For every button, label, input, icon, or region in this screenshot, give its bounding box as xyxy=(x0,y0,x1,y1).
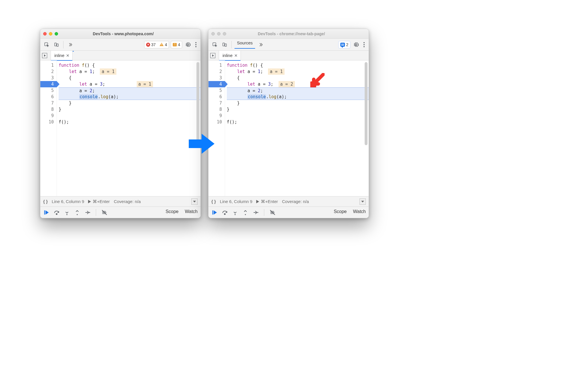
separator xyxy=(63,41,63,48)
line-number[interactable]: 5 xyxy=(208,87,222,94)
step-out-icon[interactable] xyxy=(74,209,80,216)
annotation-arrow-icon xyxy=(307,73,325,91)
inspect-element-icon[interactable] xyxy=(43,41,51,49)
error-icon: ✕ xyxy=(146,43,150,47)
step-over-icon[interactable] xyxy=(222,209,228,216)
tab-watch[interactable]: Watch xyxy=(353,209,366,216)
error-count: 37 xyxy=(151,42,156,47)
svg-point-14 xyxy=(224,213,225,214)
run-snippet-hint[interactable]: ⌘+Enter xyxy=(88,199,110,204)
resume-icon[interactable] xyxy=(211,209,218,216)
issue-icon: ! xyxy=(173,43,177,46)
close-icon[interactable]: ✕ xyxy=(66,53,69,58)
console-status-pill[interactable]: ✕ 37 ! 4 xyxy=(144,41,169,48)
step-out-icon[interactable] xyxy=(242,209,249,216)
step-into-icon[interactable] xyxy=(232,209,238,216)
code-content[interactable]: function f() { let a = 1;a = 1 { let a =… xyxy=(225,60,369,196)
execution-line-marker[interactable]: 4 xyxy=(40,81,57,87)
settings-gear-icon[interactable] xyxy=(184,41,192,49)
titlebar: DevTools - chrome://new-tab-page/ xyxy=(208,29,369,39)
line-number[interactable]: 1 xyxy=(208,62,222,68)
kebab-menu-icon[interactable] xyxy=(362,42,366,47)
scrollbar-vertical[interactable] xyxy=(365,62,368,145)
more-tabs-icon[interactable] xyxy=(257,41,265,49)
svg-point-17 xyxy=(257,212,259,213)
svg-rect-1 xyxy=(55,43,56,46)
more-tabs-icon[interactable] xyxy=(66,41,74,49)
line-gutter: 1 2 3 4 5 6 7 8 9 10 xyxy=(40,60,57,196)
line-number[interactable]: 5 xyxy=(40,87,54,94)
svg-point-15 xyxy=(235,214,236,215)
status-bar: { } Line 6, Column 9 ⌘+Enter Coverage: n… xyxy=(208,196,369,206)
line-number[interactable]: 6 xyxy=(40,94,54,100)
line-number[interactable]: 9 xyxy=(208,113,222,119)
execution-line-marker[interactable]: 4 xyxy=(208,81,225,87)
line-number[interactable]: 3 xyxy=(208,75,222,81)
svg-point-16 xyxy=(245,214,246,215)
resume-icon[interactable] xyxy=(43,209,49,216)
traffic-light-close[interactable] xyxy=(211,32,215,36)
sources-subbar: inline ✕ xyxy=(208,51,369,60)
svg-rect-4 xyxy=(44,210,45,214)
debugger-toolbar: Scope Watch xyxy=(40,206,200,218)
inspect-element-icon[interactable] xyxy=(211,41,219,49)
kebab-menu-icon[interactable] xyxy=(194,42,198,47)
line-number[interactable]: 10 xyxy=(40,119,54,125)
device-toggle-icon[interactable] xyxy=(220,41,229,49)
separator xyxy=(96,209,96,216)
message-icon xyxy=(340,43,345,47)
value-hint-badge: a = 1 xyxy=(137,81,153,87)
format-icon[interactable]: { } xyxy=(211,199,216,204)
line-number[interactable]: 9 xyxy=(40,113,54,119)
step-icon[interactable] xyxy=(253,209,259,216)
transition-arrow-icon xyxy=(189,132,214,156)
line-number[interactable]: 8 xyxy=(208,106,222,113)
format-icon[interactable]: { } xyxy=(43,199,48,204)
step-over-icon[interactable] xyxy=(53,209,60,216)
line-number[interactable]: 7 xyxy=(208,100,222,106)
traffic-light-close[interactable] xyxy=(43,32,47,36)
line-number[interactable]: 7 xyxy=(40,100,54,106)
issues-pill[interactable]: 2 xyxy=(338,41,350,48)
tab-scope[interactable]: Scope xyxy=(166,209,178,216)
line-number[interactable]: 2 xyxy=(40,68,54,75)
file-tab-inline[interactable]: inline ✕ xyxy=(51,51,73,60)
debugger-toolbar: Scope Watch xyxy=(208,206,369,218)
line-number[interactable]: 8 xyxy=(40,106,54,113)
deactivate-breakpoints-icon[interactable] xyxy=(269,209,276,216)
dropdown-icon[interactable] xyxy=(191,198,198,205)
close-icon[interactable]: ✕ xyxy=(234,53,238,58)
run-snippet-hint[interactable]: ⌘+Enter xyxy=(256,199,278,204)
warning-count: 4 xyxy=(165,42,167,47)
show-navigator-icon[interactable] xyxy=(42,53,47,58)
line-number[interactable]: 2 xyxy=(208,68,222,75)
deactivate-breakpoints-icon[interactable] xyxy=(101,209,108,216)
tab-watch[interactable]: Watch xyxy=(185,209,198,216)
play-icon xyxy=(256,200,259,203)
panel-tab-sources[interactable]: Sources xyxy=(235,40,255,49)
value-hint-badge: a = 1 xyxy=(268,68,284,75)
window-title: DevTools - www.photopea.com/ xyxy=(49,31,198,36)
issues-pill[interactable]: ! 4 xyxy=(171,41,182,48)
code-editor[interactable]: 1 2 3 4 5 6 7 8 9 10 function f() { let … xyxy=(40,60,200,196)
line-number[interactable]: 10 xyxy=(208,119,222,125)
svg-point-5 xyxy=(56,213,57,214)
svg-point-12 xyxy=(355,44,357,45)
file-tab-inline[interactable]: inline ✕ xyxy=(219,51,241,60)
step-icon[interactable] xyxy=(84,209,91,216)
dropdown-icon[interactable] xyxy=(359,198,366,205)
titlebar: DevTools - www.photopea.com/ xyxy=(40,29,200,39)
line-number[interactable]: 6 xyxy=(208,94,222,100)
device-toggle-icon[interactable] xyxy=(52,41,60,49)
file-tab-label: inline xyxy=(223,53,233,58)
code-content[interactable]: function f() { let a = 1;a = 1 { let a =… xyxy=(57,60,200,196)
tab-scope[interactable]: Scope xyxy=(334,209,347,216)
show-navigator-icon[interactable] xyxy=(210,53,215,58)
code-editor[interactable]: 1 2 3 4 5 6 7 8 9 10 function f() { let … xyxy=(208,60,369,196)
svg-point-6 xyxy=(66,214,67,215)
settings-gear-icon[interactable] xyxy=(352,41,360,49)
step-into-icon[interactable] xyxy=(64,209,70,216)
line-number[interactable]: 1 xyxy=(40,62,54,68)
main-toolbar: ✕ 37 ! 4 ! 4 xyxy=(40,39,200,51)
line-number[interactable]: 3 xyxy=(40,75,54,81)
